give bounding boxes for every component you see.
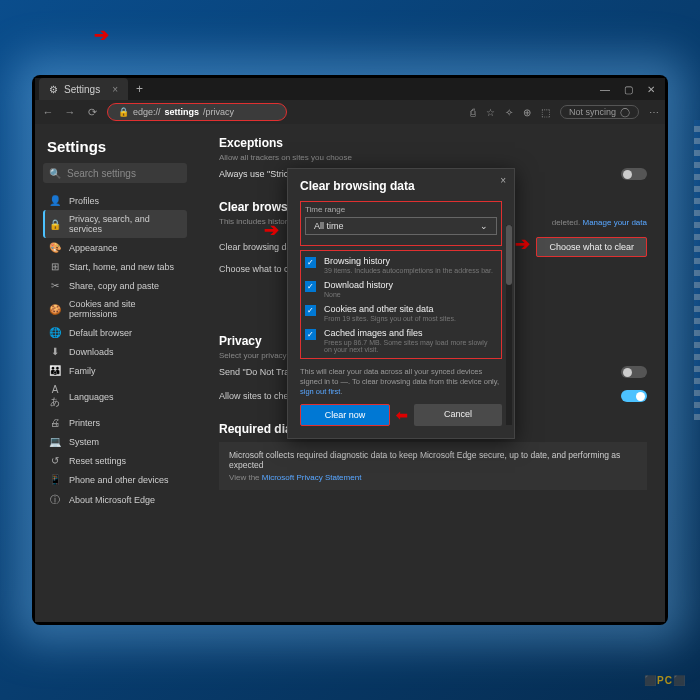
sidebar-item-profiles[interactable]: 👤Profiles (43, 191, 187, 210)
allow-sites-toggle[interactable] (621, 390, 647, 402)
new-tab-button[interactable]: + (136, 82, 143, 96)
annotation-arrow: ➔ (264, 219, 279, 241)
sidebar-item-start-home-and-new-tabs[interactable]: ⊞Start, home, and new tabs (43, 257, 187, 276)
sidebar-item-icon: 👪 (49, 365, 61, 376)
sidebar-item-printers[interactable]: 🖨Printers (43, 413, 187, 432)
close-tab-icon[interactable]: × (112, 84, 118, 95)
checkbox-row[interactable]: ✓Cached images and filesFrees up 86.7 MB… (305, 325, 497, 356)
sidebar-item-icon: 📱 (49, 474, 61, 485)
checkbox-row[interactable]: ✓Download historyNone (305, 277, 497, 301)
dnt-label: Send "Do Not Trac (219, 367, 294, 377)
close-dialog-icon[interactable]: × (500, 175, 506, 186)
lock-icon: 🔒 (118, 107, 129, 117)
sign-out-link[interactable]: sign out first (300, 387, 340, 396)
privacy-statement-link[interactable]: Microsoft Privacy Statement (262, 473, 362, 482)
sidebar-item-icon: 🖨 (49, 417, 61, 428)
choose-what-to-clear-button[interactable]: Choose what to clear (536, 237, 647, 257)
settings-title: Settings (47, 138, 187, 155)
search-icon: 🔍 (49, 168, 61, 179)
sidebar-item-icon: ✂ (49, 280, 61, 291)
tab-title: Settings (64, 84, 100, 95)
sidebar-item-icon: ↺ (49, 455, 61, 466)
forward-icon[interactable]: → (63, 106, 77, 118)
checkbox-row[interactable]: ✓Cookies and other site dataFrom 19 site… (305, 301, 497, 325)
favorites-icon[interactable]: ✧ (505, 107, 513, 118)
sidebar-item-icon: ⓘ (49, 493, 61, 507)
sidebar-item-label: Printers (69, 418, 100, 428)
sidebar-item-appearance[interactable]: 🎨Appearance (43, 238, 187, 257)
sidebar-item-share-copy-and-paste[interactable]: ✂Share, copy and paste (43, 276, 187, 295)
sidebar-item-label: Share, copy and paste (69, 281, 159, 291)
star-icon[interactable]: ☆ (486, 107, 495, 118)
time-range-dropdown[interactable]: All time ⌄ (305, 217, 497, 235)
manage-data-link[interactable]: Manage your data (583, 218, 648, 227)
dialog-scrollbar-thumb[interactable] (506, 225, 512, 285)
annotation-arrow: ⬅ (396, 407, 408, 423)
avatar-icon: ◯ (620, 107, 630, 117)
chevron-down-icon: ⌄ (480, 221, 488, 231)
sidebar-item-reset-settings[interactable]: ↺Reset settings (43, 451, 187, 470)
cancel-button[interactable]: Cancel (414, 404, 502, 426)
sidebar-item-cookies-and-site-permissions[interactable]: 🍪Cookies and site permissions (43, 295, 187, 323)
sidebar-item-label: Cookies and site permissions (69, 299, 181, 319)
annotation-arrow: ➔ (515, 234, 530, 254)
sidebar-item-default-browser[interactable]: 🌐Default browser (43, 323, 187, 342)
strict-tracking-toggle[interactable] (621, 168, 647, 180)
url-path-suffix: /privacy (203, 107, 234, 117)
address-bar-row: ← → ⟳ 🔒 edge://settings/privacy ⎙ ☆ ✧ ⊕ … (35, 100, 665, 124)
sidebar-item-icon: 🍪 (49, 304, 61, 315)
browser-tab[interactable]: ⚙ Settings × (39, 78, 128, 100)
sidebar-item-downloads[interactable]: ⬇Downloads (43, 342, 187, 361)
sidebar-item-languages[interactable]: AあLanguages (43, 380, 187, 413)
sidebar-item-phone-and-other-devices[interactable]: 📱Phone and other devices (43, 470, 187, 489)
more-icon[interactable]: ⋯ (649, 107, 659, 118)
checkbox-subtext: From 19 sites. Signs you out of most sit… (324, 315, 456, 322)
gear-icon: ⚙ (49, 84, 58, 95)
checkbox-subtext: 39 items. Includes autocompletions in th… (324, 267, 493, 274)
reader-icon[interactable]: ⎙ (470, 107, 476, 118)
search-settings-input[interactable]: 🔍 Search settings (43, 163, 187, 183)
extensions-icon[interactable]: ⬚ (541, 107, 550, 118)
refresh-icon[interactable]: ⟳ (85, 106, 99, 119)
sidebar-item-label: System (69, 437, 99, 447)
clear-browsing-data-dialog: × Clear browsing data Time range All tim… (287, 168, 515, 439)
toolbar-icons: ⎙ ☆ ✧ ⊕ ⬚ Not syncing ◯ ⋯ (470, 105, 659, 119)
maximize-icon[interactable]: ▢ (624, 84, 633, 95)
minimize-icon[interactable]: — (600, 84, 610, 95)
dnt-toggle[interactable] (621, 366, 647, 378)
sidebar-item-label: Profiles (69, 196, 99, 206)
sidebar-item-icon: Aあ (49, 384, 61, 409)
sidebar-item-icon: 👤 (49, 195, 61, 206)
checkbox-checked-icon[interactable]: ✓ (305, 305, 316, 316)
sidebar-item-icon: 🌐 (49, 327, 61, 338)
checkbox-checked-icon[interactable]: ✓ (305, 281, 316, 292)
clear-now-button[interactable]: Clear now (300, 404, 390, 426)
choose-row-label: Choose what to cle (219, 264, 296, 274)
settings-sidebar: Settings 🔍 Search settings 👤Profiles🔒Pri… (35, 124, 195, 622)
collections-icon[interactable]: ⊕ (523, 107, 531, 118)
url-path-bold: settings (165, 107, 200, 117)
sidebar-item-label: Default browser (69, 328, 132, 338)
sidebar-item-icon: ⬇ (49, 346, 61, 357)
checkbox-checked-icon[interactable]: ✓ (305, 329, 316, 340)
address-bar[interactable]: 🔒 edge://settings/privacy (107, 103, 287, 121)
sidebar-item-label: Reset settings (69, 456, 126, 466)
diag-link-pre: View the (229, 473, 262, 482)
time-range-label: Time range (305, 205, 497, 214)
checkbox-checked-icon[interactable]: ✓ (305, 257, 316, 268)
url-prefix: edge:// (133, 107, 161, 117)
sidebar-item-about-microsoft-edge[interactable]: ⓘAbout Microsoft Edge (43, 489, 187, 511)
profile-pill[interactable]: Not syncing ◯ (560, 105, 639, 119)
sidebar-item-family[interactable]: 👪Family (43, 361, 187, 380)
sidebar-item-system[interactable]: 💻System (43, 432, 187, 451)
checkbox-row[interactable]: ✓Browsing history39 items. Includes auto… (305, 253, 497, 277)
checkbox-label: Cached images and files (324, 328, 497, 338)
checkbox-subtext: None (324, 291, 393, 298)
search-placeholder: Search settings (67, 168, 136, 179)
decorative-stripe (694, 120, 700, 420)
window-glow: ⚙ Settings × + — ▢ ✕ ← → ⟳ 🔒 edge://sett… (32, 75, 668, 625)
close-window-icon[interactable]: ✕ (647, 84, 655, 95)
back-icon[interactable]: ← (41, 106, 55, 118)
checkbox-label: Cookies and other site data (324, 304, 456, 314)
sidebar-item-privacy-search-and-services[interactable]: 🔒Privacy, search, and services (43, 210, 187, 238)
